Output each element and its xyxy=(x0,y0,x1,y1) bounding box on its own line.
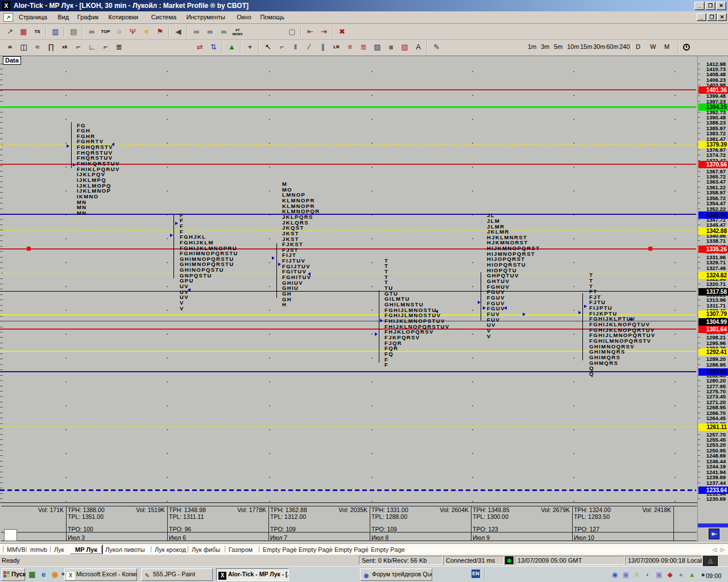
tab-Лук[interactable]: Лук xyxy=(54,546,64,553)
zone-tool-icon[interactable]: ▧ xyxy=(398,41,411,53)
tab-Empty Page[interactable]: Empty Page xyxy=(371,546,405,553)
mdi-close-button[interactable]: ✕ xyxy=(717,13,727,21)
quick-launch-1-icon[interactable]: ▦ xyxy=(27,569,37,579)
zoom-icon[interactable]: ○ xyxy=(113,26,126,38)
taskbar-button[interactable]: XMicrosoft Excel - Копия ... xyxy=(64,568,137,581)
links-tree-icon[interactable]: Ψ xyxy=(126,26,139,38)
tick-chart-icon[interactable]: ılı xyxy=(3,41,16,53)
mdi-minimize-button[interactable]: _ xyxy=(697,13,706,21)
tab-Empty Page[interactable]: Empty Page xyxy=(334,546,369,553)
market-profile-icon[interactable]: ≣ xyxy=(113,41,126,53)
compress-v-icon[interactable]: ⇅ xyxy=(207,41,220,53)
import-data-icon[interactable]: ⇤ xyxy=(304,26,317,38)
tray-display-icon[interactable]: ▣ xyxy=(655,570,664,579)
glasses-3-icon[interactable]: ∞ xyxy=(217,26,230,38)
timeframe-1m[interactable]: 1m xyxy=(528,43,536,50)
regression-tool-icon[interactable]: LR xyxy=(330,41,343,53)
vline-tool-icon[interactable]: ‖ xyxy=(289,41,302,53)
fib-tool-icon[interactable]: ≣ xyxy=(357,41,370,53)
parallel-tool-icon[interactable]: ∥ xyxy=(316,41,329,53)
app-icon[interactable]: X xyxy=(2,2,10,10)
news-icon[interactable]: XTNEWS xyxy=(231,26,244,38)
scale-reset-button[interactable]: ⇤ xyxy=(709,529,719,539)
timeframe-30m[interactable]: 30m xyxy=(593,43,605,50)
export-data-icon[interactable]: ⇥ xyxy=(317,26,330,38)
period-W[interactable]: W xyxy=(650,43,656,50)
tab-МР Лук[interactable]: МР Лук xyxy=(70,544,102,554)
internet-explorer-icon[interactable]: e xyxy=(39,569,48,579)
tab-Газпром[interactable]: Газпром xyxy=(229,546,253,553)
timeframe-10m[interactable]: 10m xyxy=(567,43,579,50)
close-button[interactable]: ✕ xyxy=(716,2,726,10)
media-player-icon[interactable]: ◉ xyxy=(50,569,60,579)
tray-volume-icon[interactable]: ● xyxy=(676,570,685,579)
scale-scrollbar[interactable] xyxy=(698,523,728,527)
timeframe-5m[interactable]: 5m xyxy=(554,43,562,50)
sound-icon[interactable]: ◀ xyxy=(172,26,185,38)
chart-area[interactable]: FGFGHFGHRFGHRTVFGHQRSTVFHQRSTUVFHQRSTUVF… xyxy=(0,56,697,542)
tab-MMVB[interactable]: MMVB xyxy=(7,546,26,553)
chart-menu-icon[interactable]: ↗ xyxy=(3,13,13,22)
minimize-button[interactable]: _ xyxy=(694,2,705,10)
candle-chart-icon[interactable]: ◫ xyxy=(17,41,30,53)
time-sales-icon[interactable]: TS xyxy=(31,26,44,38)
alert-icon[interactable]: △ xyxy=(703,556,718,566)
tray-key-icon[interactable]: ¤ xyxy=(632,570,642,579)
taskbar-button[interactable]: ✎555.JPG - Paint xyxy=(141,568,213,581)
language-indicator[interactable]: EN xyxy=(471,569,480,578)
menu-Инструменты[interactable]: Инструменты xyxy=(186,14,225,20)
volume-chart-icon[interactable]: ▲ xyxy=(225,41,238,53)
tab-Лук крокод[interactable]: Лук крокод xyxy=(155,546,186,553)
print-icon[interactable]: ▤ xyxy=(67,26,80,38)
step-chart-icon[interactable]: ∏ xyxy=(44,41,57,53)
glasses-1-icon[interactable]: ∞ xyxy=(190,26,203,38)
tray-network-icon[interactable]: ▣ xyxy=(621,570,630,579)
taskbar-button[interactable]: ◉Форум трейдеров Quot... xyxy=(360,568,432,581)
quotes-table-icon[interactable]: ▦ xyxy=(17,26,30,38)
menu-Система[interactable]: Система xyxy=(151,14,176,20)
restore-button[interactable]: ❐ xyxy=(705,2,715,10)
period-M[interactable]: M xyxy=(664,43,669,50)
glasses-2-icon[interactable]: ∞ xyxy=(204,26,217,38)
crosshair-icon[interactable]: + xyxy=(243,41,257,53)
money-icon[interactable]: ≡ xyxy=(140,26,153,38)
trend-tool-icon[interactable]: ∕ xyxy=(303,41,316,53)
tab-Empty Page[interactable]: Empty Page xyxy=(263,546,297,553)
draw-tool-icon[interactable]: ✎ xyxy=(430,41,443,53)
cursor-icon[interactable]: ↖ xyxy=(262,41,275,53)
timeframe-60m[interactable]: 60m xyxy=(606,43,618,50)
new-chart-icon[interactable]: ↗ xyxy=(3,26,16,38)
menu-Котировки[interactable]: Котировки xyxy=(109,14,139,20)
menu-Помощь[interactable]: Помощь xyxy=(260,14,284,20)
taskbar-button[interactable]: XAlor-Tick - МР Лук - [... xyxy=(216,568,289,581)
point-figure-icon[interactable]: x8 xyxy=(58,41,71,53)
mdi-restore-button[interactable]: ❐ xyxy=(707,13,717,21)
hline-tool-icon[interactable]: ⌐ xyxy=(275,41,288,53)
tab-Лук фибы[interactable]: Лук фибы xyxy=(192,546,220,553)
grid-tool-icon[interactable]: ||| xyxy=(384,41,398,53)
clock-icon[interactable] xyxy=(683,44,690,51)
tray-quotes-icon[interactable]: ◉ xyxy=(610,570,619,579)
levels-tool-icon[interactable]: ≡ xyxy=(344,41,357,53)
flag-icon[interactable]: ⚑ xyxy=(154,26,167,38)
tab-Лукол пивоты[interactable]: Лукол пивоты xyxy=(105,546,145,553)
menu-Вид[interactable]: Вид xyxy=(57,14,69,20)
bar-chart-1-icon[interactable]: ⌐ xyxy=(72,41,85,53)
bar-chart-3-icon[interactable]: ⌐ xyxy=(99,41,112,53)
fan-tool-icon[interactable]: ▨ xyxy=(371,41,384,53)
tray-sync-icon[interactable]: ◐ xyxy=(643,570,652,579)
text-tool-icon[interactable]: A xyxy=(412,41,425,53)
timeframe-240[interactable]: 240 xyxy=(619,43,630,50)
tab-Empty Page[interactable]: Empty Page xyxy=(299,546,333,553)
menu-Страница[interactable]: Страница xyxy=(19,14,47,20)
excel-export-icon[interactable]: ✖ xyxy=(336,26,349,38)
period-D[interactable]: D xyxy=(636,43,640,50)
bar-chart-2-icon[interactable]: ∟ xyxy=(85,41,98,53)
timeframe-15m[interactable]: 15m xyxy=(580,43,592,50)
line-chart-icon[interactable]: ≈ xyxy=(31,41,44,53)
menu-Окно[interactable]: Окно xyxy=(237,14,251,20)
tray-update-icon[interactable]: ▲ xyxy=(688,570,697,579)
tab-mmvb[interactable]: mmvb xyxy=(30,546,47,553)
find-icon[interactable]: ∞ xyxy=(85,26,98,38)
tray-antivirus-icon[interactable]: ◆ xyxy=(665,570,675,579)
